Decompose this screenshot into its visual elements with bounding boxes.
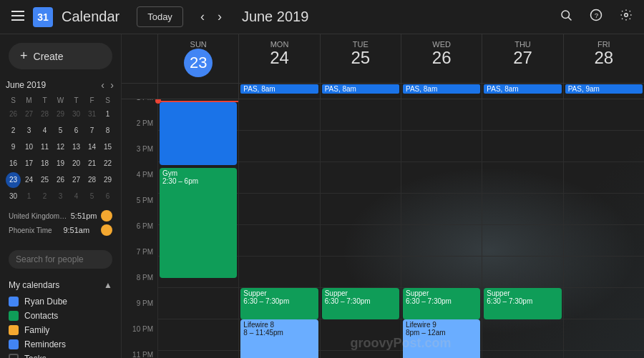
mini-day-23[interactable]: 23 <box>6 172 21 188</box>
event-sun-gym[interactable]: Gym 2:30 – 6pm <box>160 168 237 278</box>
event-wed-supper[interactable]: Supper 6:30 – 7:30pm <box>403 288 480 319</box>
mini-day-27b[interactable]: 27 <box>69 172 84 188</box>
day-col-mon[interactable]: Supper 6:30 – 7:30pm Lifewire 8 8 – 11:4… <box>238 99 319 358</box>
event-mon-lifewire8[interactable]: Lifewire 8 8 – 11:45pm <box>240 319 318 358</box>
mini-day-14[interactable]: 14 <box>84 139 99 155</box>
day-col-sun[interactable]: Gym 2:30 – 6pm <box>157 99 238 358</box>
tz-uk-name: United Kingdom… <box>9 212 67 220</box>
mini-day-27[interactable]: 27 <box>21 106 36 122</box>
mini-day-21[interactable]: 21 <box>84 156 99 171</box>
svg-line-4 <box>568 17 571 20</box>
mini-day-30[interactable]: 30 <box>69 106 84 122</box>
prev-button[interactable]: ‹ <box>195 6 210 27</box>
mini-day-19[interactable]: 19 <box>53 156 68 171</box>
all-day-event-fri[interactable]: PAS, 9am <box>565 84 643 94</box>
mini-day-j6[interactable]: 6 <box>100 189 115 204</box>
mini-day-28[interactable]: 28 <box>37 106 52 122</box>
next-button[interactable]: › <box>212 6 228 27</box>
mini-day-j5[interactable]: 5 <box>84 189 99 204</box>
day-col-tue[interactable]: Supper 6:30 – 7:30pm <box>320 99 401 358</box>
mini-day-j1[interactable]: 1 <box>21 189 36 204</box>
mini-day-12[interactable]: 12 <box>53 139 68 155</box>
day-col-thu[interactable]: Supper 6:30 – 7:30pm <box>482 99 562 358</box>
help-button[interactable]: ? <box>587 6 605 28</box>
mini-day-15[interactable]: 15 <box>100 139 115 155</box>
all-day-event-tue[interactable]: PAS, 8am <box>322 84 399 94</box>
mini-day-28b[interactable]: 28 <box>84 172 99 188</box>
create-button[interactable]: + Create <box>9 43 112 69</box>
mini-day-j2[interactable]: 2 <box>37 189 52 204</box>
mini-day-9[interactable]: 9 <box>6 139 21 155</box>
mini-cal-prev[interactable]: ‹ <box>99 78 106 92</box>
mini-day-18[interactable]: 18 <box>37 156 52 171</box>
checkbox-ryan-dube[interactable] <box>9 297 19 307</box>
search-people[interactable] <box>9 250 112 269</box>
day-header-wed: WED 26 <box>401 34 482 83</box>
mini-day-25[interactable]: 25 <box>37 172 52 188</box>
mini-day-3[interactable]: 3 <box>21 123 36 139</box>
mini-day-16[interactable]: 16 <box>6 156 21 171</box>
event-wed-lifewire9[interactable]: Lifewire 9 8pm – 12am <box>403 319 480 358</box>
mini-day-31[interactable]: 31 <box>84 106 99 122</box>
mini-day-29[interactable]: 29 <box>100 172 115 188</box>
app-title: Calendar <box>62 9 119 25</box>
day-num-27[interactable]: 27 <box>482 49 562 67</box>
tz-uk-time: 5:51pm <box>71 212 97 220</box>
search-people-input[interactable] <box>9 250 112 269</box>
all-day-sun <box>157 84 238 99</box>
all-day-event-wed[interactable]: PAS, 8am <box>403 84 480 94</box>
mini-cal-next[interactable]: › <box>109 78 115 92</box>
mini-day-24[interactable]: 24 <box>21 172 36 188</box>
event-tue-supper[interactable]: Supper 6:30 – 7:30pm <box>322 288 399 319</box>
today-button[interactable]: Today <box>137 6 183 27</box>
mini-day-4[interactable]: 4 <box>37 123 52 139</box>
checkbox-contacts[interactable] <box>9 311 19 321</box>
calendar-reminders[interactable]: Reminders <box>9 337 112 352</box>
calendar-tasks[interactable]: Tasks <box>9 352 112 358</box>
checkbox-family[interactable] <box>9 325 19 335</box>
event-mon-supper[interactable]: Supper 6:30 – 7:30pm <box>240 288 318 319</box>
mini-day-8[interactable]: 8 <box>100 123 115 139</box>
mini-day-26[interactable]: 26 <box>6 106 21 122</box>
mini-day-11[interactable]: 11 <box>37 139 52 155</box>
mini-day-j4[interactable]: 4 <box>69 189 84 204</box>
day-num-26[interactable]: 26 <box>401 49 482 67</box>
calendar-ryan-dube[interactable]: Ryan Dube <box>9 294 112 309</box>
day-col-fri[interactable] <box>563 99 644 358</box>
all-day-event-thu[interactable]: PAS, 8am <box>484 84 561 94</box>
mini-day-6[interactable]: 6 <box>69 123 84 139</box>
day-num-25[interactable]: 25 <box>321 49 401 67</box>
mini-day-22[interactable]: 22 <box>100 156 115 171</box>
day-num-23[interactable]: 23 <box>184 49 213 77</box>
mini-day-7[interactable]: 7 <box>84 123 99 139</box>
mini-day-29[interactable]: 29 <box>53 106 68 122</box>
mini-day-13[interactable]: 13 <box>69 139 84 155</box>
checkbox-reminders[interactable] <box>9 339 19 349</box>
day-num-28[interactable]: 28 <box>564 49 644 67</box>
checkbox-tasks[interactable] <box>9 354 19 358</box>
mini-day-20[interactable]: 20 <box>69 156 84 171</box>
topbar: 31 Calendar Today ‹ › June 2019 ? <box>0 0 644 34</box>
calendar-contacts[interactable]: Contacts <box>9 309 112 323</box>
my-calendars-collapse[interactable]: ▲ <box>104 280 112 290</box>
calendar-family[interactable]: Family <box>9 323 112 337</box>
all-day-event-mon[interactable]: PAS, 8am <box>240 84 318 94</box>
day-col-wed[interactable]: Supper 6:30 – 7:30pm Lifewire 9 8pm – 12… <box>401 99 482 358</box>
mini-day-5[interactable]: 5 <box>53 123 68 139</box>
all-day-thu: PAS, 8am <box>482 84 562 99</box>
mini-day-1[interactable]: 1 <box>100 106 115 122</box>
calendar-header: SUN 23 MON 24 TUE 25 WED 26 THU 27 FRI 2… <box>122 34 644 84</box>
event-thu-supper[interactable]: Supper 6:30 – 7:30pm <box>484 288 561 319</box>
mini-day-26b[interactable]: 26 <box>53 172 68 188</box>
mini-day-30b[interactable]: 30 <box>6 189 21 204</box>
mini-day-17[interactable]: 17 <box>21 156 36 171</box>
event-sun-blue[interactable] <box>160 102 237 165</box>
calendar-area: SUN 23 MON 24 TUE 25 WED 26 THU 27 FRI 2… <box>122 34 644 358</box>
day-num-24[interactable]: 24 <box>239 49 319 67</box>
settings-button[interactable] <box>617 6 635 28</box>
mini-day-10[interactable]: 10 <box>21 139 36 155</box>
mini-day-2[interactable]: 2 <box>6 123 21 139</box>
hamburger-button[interactable] <box>9 8 27 26</box>
mini-day-j3[interactable]: 3 <box>53 189 68 204</box>
search-button[interactable] <box>557 6 575 28</box>
